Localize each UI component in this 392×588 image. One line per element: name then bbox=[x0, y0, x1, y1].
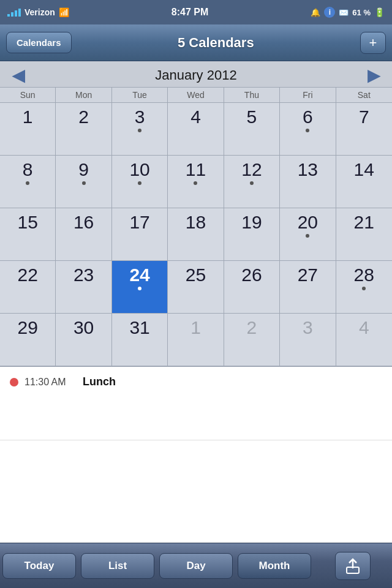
event-time: 11:30 AM bbox=[24, 377, 77, 388]
calendar-day-13[interactable]: 13 bbox=[280, 156, 336, 208]
day-number: 22 bbox=[18, 266, 38, 284]
event-color-dot bbox=[10, 378, 18, 386]
calendar-day-9[interactable]: 9 bbox=[56, 156, 111, 208]
calendar-day-20[interactable]: 20 bbox=[280, 208, 336, 261]
event-title: Lunch bbox=[83, 375, 116, 388]
share-button[interactable] bbox=[335, 552, 371, 580]
day-number: 17 bbox=[129, 213, 149, 232]
tab-list[interactable]: List bbox=[78, 543, 157, 588]
day-number: 19 bbox=[241, 213, 262, 232]
calendar-day-5[interactable]: 5 bbox=[224, 103, 280, 156]
calendars-button[interactable]: Calendars bbox=[6, 32, 72, 53]
next-month-button[interactable]: ▶ bbox=[355, 66, 392, 85]
day-number: 21 bbox=[354, 213, 374, 232]
events-section: 11:30 AM Lunch bbox=[0, 367, 392, 440]
day-number: 27 bbox=[298, 266, 318, 284]
day-header-wed: Wed bbox=[168, 88, 224, 102]
calendar-day-other-4[interactable]: 4 bbox=[336, 314, 392, 366]
event-indicator-dot bbox=[82, 181, 86, 185]
day-number: 10 bbox=[129, 160, 149, 179]
calendar-day-31[interactable]: 31 bbox=[112, 314, 168, 366]
day-number: 2 bbox=[247, 318, 257, 337]
list-button[interactable]: List bbox=[81, 553, 154, 579]
event-indicator-dot bbox=[26, 181, 29, 185]
calendar-day-26[interactable]: 26 bbox=[224, 261, 280, 314]
calendar-section: ◀ January 2012 ▶ Sun Mon Tue Wed Thu Fri… bbox=[0, 61, 392, 367]
month-header: ◀ January 2012 ▶ bbox=[0, 61, 392, 87]
day-header-mon: Mon bbox=[56, 88, 111, 102]
calendar-day-18[interactable]: 18 bbox=[168, 208, 224, 261]
calendar-day-17[interactable]: 17 bbox=[112, 208, 168, 261]
calendar-day-2[interactable]: 2 bbox=[56, 103, 111, 156]
calendar-day-19[interactable]: 19 bbox=[224, 208, 280, 261]
day-number: 4 bbox=[190, 108, 201, 126]
event-indicator-dot bbox=[194, 181, 197, 185]
status-bar: Verizon 📶 8:47 PM 🔔 i ✉️ 61 % 🔋 bbox=[0, 0, 392, 24]
day-number: 3 bbox=[135, 108, 145, 126]
calendar-day-25[interactable]: 25 bbox=[168, 261, 224, 314]
day-number: 31 bbox=[129, 318, 149, 337]
calendar-day-other-1[interactable]: 1 bbox=[168, 314, 224, 366]
calendar-day-27[interactable]: 27 bbox=[280, 261, 336, 314]
calendar-day-28[interactable]: 28 bbox=[336, 261, 392, 314]
calendar-grid: 1234567891011121314151617181920212223242… bbox=[0, 103, 392, 367]
event-indicator-dot bbox=[250, 181, 254, 185]
day-number: 9 bbox=[78, 160, 89, 179]
calendar-day-3[interactable]: 3 bbox=[112, 103, 168, 156]
battery-label: 61 % bbox=[352, 8, 371, 17]
calendar-day-15[interactable]: 15 bbox=[0, 208, 56, 261]
calendar-day-24[interactable]: 24 bbox=[112, 261, 168, 314]
tab-day[interactable]: Day bbox=[157, 543, 235, 588]
day-number: 24 bbox=[129, 266, 149, 284]
calendar-day-other-3[interactable]: 3 bbox=[280, 314, 336, 366]
calendar-day-10[interactable]: 10 bbox=[112, 156, 168, 208]
battery-icon: 🔋 bbox=[374, 7, 385, 17]
month-button[interactable]: Month bbox=[238, 553, 311, 579]
day-number: 29 bbox=[18, 318, 38, 337]
nav-title: 5 Calendars bbox=[178, 35, 254, 51]
info-icon: i bbox=[324, 7, 335, 18]
day-number: 5 bbox=[247, 108, 257, 126]
nav-bar: Calendars 5 Calendars + bbox=[0, 24, 392, 61]
event-item[interactable]: 11:30 AM Lunch bbox=[10, 375, 382, 388]
day-number: 1 bbox=[23, 108, 33, 126]
day-button[interactable]: Day bbox=[159, 553, 233, 579]
calendar-day-6[interactable]: 6 bbox=[280, 103, 336, 156]
calendar-day-30[interactable]: 30 bbox=[56, 314, 111, 366]
calendar-day-11[interactable]: 11 bbox=[168, 156, 224, 208]
calendar-day-29[interactable]: 29 bbox=[0, 314, 56, 366]
calendar-day-21[interactable]: 21 bbox=[336, 208, 392, 261]
day-number: 6 bbox=[303, 108, 313, 126]
event-indicator-dot bbox=[362, 287, 366, 290]
month-title: January 2012 bbox=[155, 67, 236, 83]
calendar-day-other-2[interactable]: 2 bbox=[224, 314, 280, 366]
calendar-day-14[interactable]: 14 bbox=[336, 156, 392, 208]
calendar-day-8[interactable]: 8 bbox=[0, 156, 56, 208]
day-header-thu: Thu bbox=[224, 88, 280, 102]
add-calendar-button[interactable]: + bbox=[360, 32, 386, 54]
event-indicator-dot bbox=[306, 234, 309, 238]
event-indicator-dot bbox=[306, 129, 309, 132]
calendar-day-4[interactable]: 4 bbox=[168, 103, 224, 156]
day-number: 25 bbox=[186, 266, 206, 284]
calendar-day-16[interactable]: 16 bbox=[56, 208, 111, 261]
day-number: 14 bbox=[354, 160, 374, 179]
prev-month-button[interactable]: ◀ bbox=[0, 66, 37, 85]
tab-today[interactable]: Today bbox=[0, 543, 78, 588]
day-number: 30 bbox=[74, 318, 94, 337]
tab-share[interactable] bbox=[314, 543, 392, 588]
day-number: 7 bbox=[359, 108, 369, 126]
calendar-day-1[interactable]: 1 bbox=[0, 103, 56, 156]
share-icon bbox=[344, 557, 361, 575]
status-time: 8:47 PM bbox=[172, 7, 208, 18]
calendar-day-7[interactable]: 7 bbox=[336, 103, 392, 156]
today-button[interactable]: Today bbox=[2, 553, 76, 579]
day-number: 2 bbox=[78, 108, 89, 126]
calendar-day-12[interactable]: 12 bbox=[224, 156, 280, 208]
event-indicator-dot bbox=[138, 129, 141, 132]
calendar-day-23[interactable]: 23 bbox=[56, 261, 111, 314]
tab-month[interactable]: Month bbox=[235, 543, 314, 588]
day-number: 11 bbox=[186, 160, 206, 179]
calendar-day-22[interactable]: 22 bbox=[0, 261, 56, 314]
day-number: 4 bbox=[359, 318, 369, 337]
